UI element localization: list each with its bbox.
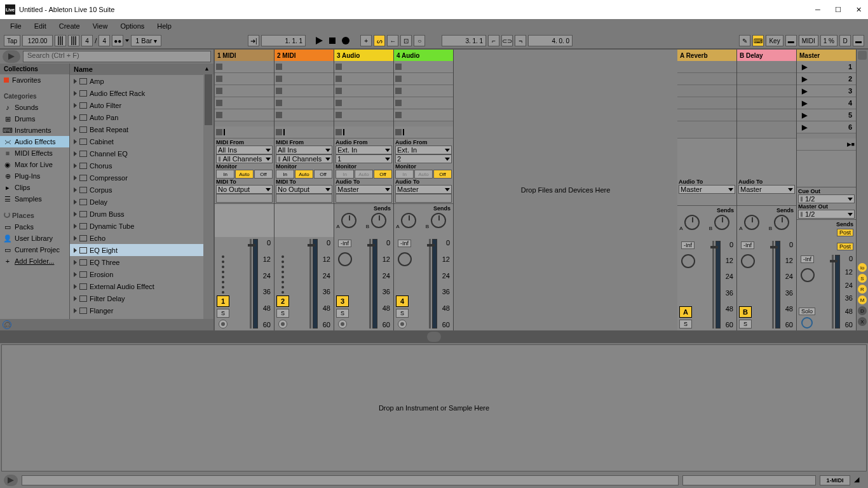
scene-launch[interactable]: ▶6	[797, 121, 856, 133]
io-select[interactable]: 1	[336, 154, 392, 163]
monitor-in[interactable]: In	[395, 170, 414, 179]
browser-item[interactable]: Amp	[70, 75, 214, 87]
io-select[interactable]: ⦀ 1/2	[798, 210, 855, 219]
sig-den[interactable]: 4	[98, 35, 110, 46]
browser-item[interactable]: Filter Delay	[70, 292, 214, 304]
arm-button[interactable]	[278, 320, 287, 329]
browser-item[interactable]: Auto Filter	[70, 99, 214, 111]
io-select[interactable]: No Output	[216, 185, 273, 194]
track-header[interactable]: B Delay	[737, 50, 796, 61]
follow-button[interactable]: ➜|	[248, 35, 259, 46]
session-arrangement-toggle[interactable]	[858, 51, 867, 60]
clip-slot[interactable]	[215, 61, 274, 73]
device-drop-zone[interactable]: Drop an Instrument or Sample Here	[1, 344, 867, 471]
clip-slot[interactable]	[275, 61, 334, 73]
scene-launch[interactable]: ▶4	[797, 97, 856, 109]
metronome-button[interactable]: ●●	[112, 35, 123, 46]
sig-num[interactable]: 4	[81, 35, 93, 46]
session-record-button[interactable]: ○	[414, 35, 425, 46]
solo-button[interactable]: S	[396, 309, 409, 318]
place-packs[interactable]: ▭Packs	[0, 221, 69, 233]
send-knob[interactable]	[744, 215, 759, 230]
close-button[interactable]: ✕	[854, 5, 863, 14]
io-select[interactable]: 2	[395, 154, 452, 163]
menu-edit[interactable]: Edit	[28, 20, 53, 32]
clip-stop-button[interactable]	[334, 126, 393, 139]
volume-fader[interactable]: 01224364860	[308, 239, 330, 329]
menu-help[interactable]: Help	[151, 20, 178, 32]
clip-slot[interactable]	[215, 97, 274, 109]
clip-slot[interactable]	[394, 61, 453, 73]
browser-item[interactable]: Beat Repeat	[70, 123, 214, 135]
clip-slot[interactable]	[215, 109, 274, 121]
category-plug-ins[interactable]: ⊕Plug-Ins	[0, 170, 69, 182]
punch-in-button[interactable]: ⌐	[488, 35, 499, 46]
scene-launch[interactable]: ▶1	[797, 61, 856, 73]
monitor-auto[interactable]: Auto	[355, 170, 373, 179]
solo-button[interactable]: S	[217, 309, 229, 318]
arm-button[interactable]	[219, 320, 227, 329]
clip-stop-button[interactable]	[394, 126, 453, 139]
browser-item[interactable]: External Audio Effect	[70, 280, 214, 292]
search-input[interactable]: Search (Ctrl + F)	[23, 51, 211, 62]
place-currentprojec[interactable]: ▭Current Projec	[0, 244, 69, 255]
loop-button[interactable]: ⊂⊃	[501, 35, 513, 46]
browser-item[interactable]: Echo	[70, 232, 214, 244]
category-midi-effects[interactable]: ≡MIDI Effects	[0, 147, 69, 159]
overdub-button[interactable]: +	[360, 35, 372, 46]
automation-arm-button[interactable]: ᔕ	[374, 35, 385, 46]
browser-item[interactable]: Chorus	[70, 159, 214, 172]
browser-item[interactable]: Drum Buss	[70, 208, 214, 220]
preview-button[interactable]: 🎧	[3, 320, 11, 329]
clip-slot[interactable]	[334, 85, 393, 97]
io-select[interactable]: Master	[679, 185, 735, 194]
category-samples[interactable]: ☰Samples	[0, 193, 69, 205]
detail-expand-button[interactable]: ◢	[854, 475, 864, 485]
send-knob[interactable]	[714, 215, 729, 230]
clip-slot[interactable]	[334, 97, 393, 109]
category-drums[interactable]: ⊞Drums	[0, 113, 69, 125]
track-activator[interactable]: 2	[276, 295, 289, 307]
clip-slot[interactable]	[394, 73, 453, 85]
draw-mode-button[interactable]: ✎	[739, 35, 750, 46]
clip-slot[interactable]	[275, 109, 334, 121]
category-max-for-live[interactable]: ◉Max for Live	[0, 159, 69, 170]
arm-button[interactable]	[338, 320, 347, 329]
post-button[interactable]: Post	[837, 229, 853, 236]
track-header[interactable]: 1 MIDI	[215, 50, 274, 61]
mixer-section-toggle[interactable]: M	[858, 295, 867, 304]
minimize-button[interactable]: ─	[813, 5, 822, 14]
computer-midi-button[interactable]: ⌨	[752, 35, 764, 46]
maximize-button[interactable]: ☐	[834, 5, 843, 14]
post-button[interactable]: Post	[837, 243, 853, 250]
arm-button[interactable]	[398, 320, 407, 329]
monitor-in[interactable]: In	[216, 170, 234, 179]
clip-slot[interactable]	[275, 97, 334, 109]
category-sounds[interactable]: ♪Sounds	[0, 102, 69, 113]
category-instruments[interactable]: ⌨Instruments	[0, 125, 69, 136]
browser-item[interactable]: Audio Effect Rack	[70, 87, 214, 99]
clip-slot[interactable]	[334, 73, 393, 85]
io-select[interactable]: Ext. In	[336, 146, 392, 154]
crossfade-section-toggle[interactable]: X	[858, 317, 867, 326]
favorites-collection[interactable]: Favorites	[0, 74, 69, 86]
send-knob[interactable]	[371, 213, 386, 228]
clip-slot[interactable]	[215, 73, 274, 85]
clip-stop-button[interactable]	[215, 126, 274, 139]
monitor-off[interactable]: Off	[374, 170, 392, 179]
monitor-auto[interactable]: Auto	[235, 170, 254, 179]
solo-button[interactable]: S	[739, 320, 752, 329]
browser-item[interactable]: Delay	[70, 196, 214, 208]
browser-item[interactable]: Auto Pan	[70, 111, 214, 123]
stop-button[interactable]	[327, 35, 338, 46]
scene-launch[interactable]: ▶2	[797, 73, 856, 85]
clip-slot[interactable]	[334, 109, 393, 121]
key-map-button[interactable]: Key	[766, 35, 783, 46]
arrangement-pos[interactable]: 1. 1. 1	[261, 35, 306, 46]
track-header[interactable]: 2 MIDI	[275, 50, 334, 61]
clip-slot[interactable]	[215, 85, 274, 97]
io-select[interactable]: Master	[395, 185, 452, 194]
io-select[interactable]: ⦀ 1/2	[798, 194, 855, 203]
sends-section-toggle[interactable]: S	[858, 274, 867, 283]
groove-pool-button[interactable]	[427, 332, 441, 342]
